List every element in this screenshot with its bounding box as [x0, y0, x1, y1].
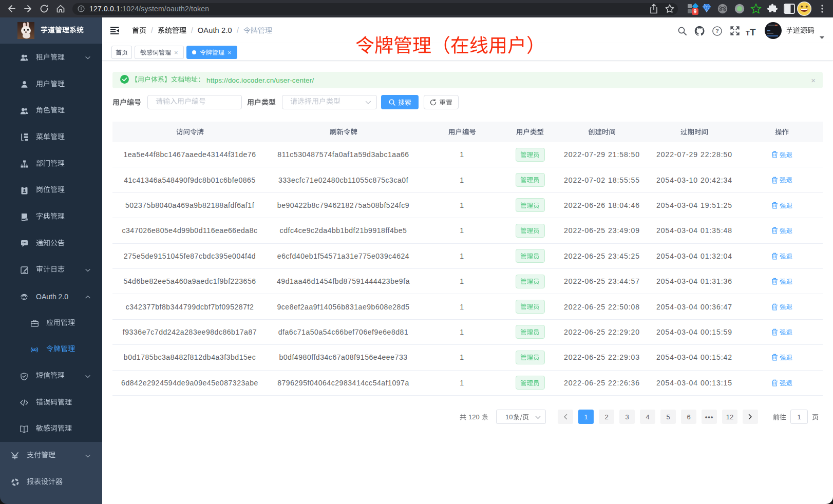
svg-text:?: ? [715, 28, 718, 34]
svg-text:A: A [33, 348, 35, 352]
svg-text:9: 9 [694, 9, 697, 14]
